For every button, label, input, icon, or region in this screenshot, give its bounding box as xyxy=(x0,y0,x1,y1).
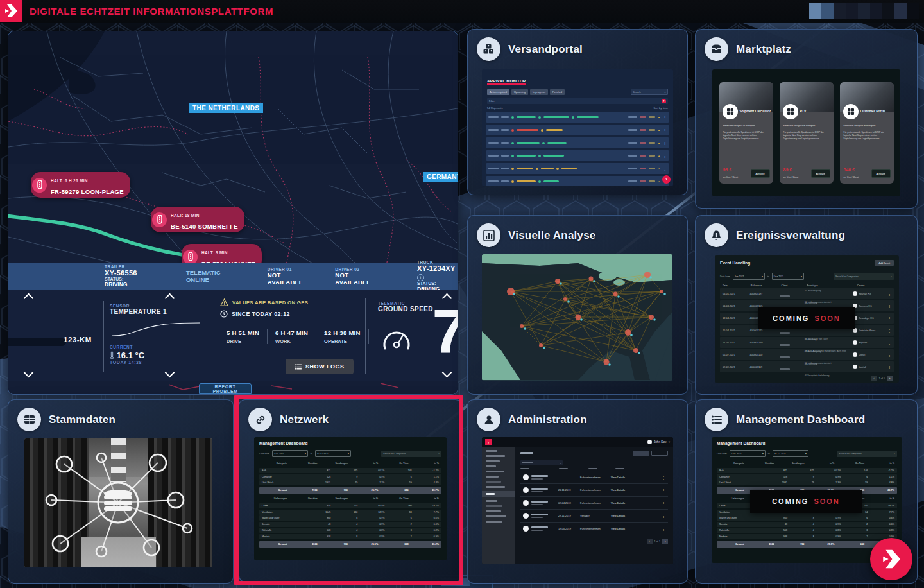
shipment-row[interactable]: ▲ ⋮ xyxy=(486,176,669,186)
vp-logo-badge[interactable]: › xyxy=(662,175,671,184)
vp-filter-bar[interactable]: Filter 7 xyxy=(487,98,668,104)
vp-tab[interactable]: Upcoming xyxy=(511,89,528,95)
server-room-image[interactable] xyxy=(24,438,212,567)
kebab-icon[interactable]: ⋮ xyxy=(887,365,891,369)
kebab-icon[interactable]: ⋮ xyxy=(663,154,667,158)
administration-preview[interactable]: › John Doe ▾ xyxy=(482,437,673,564)
date-from-select[interactable]: Jan 2021▾ xyxy=(733,273,765,280)
info-icon[interactable]: i xyxy=(417,274,424,281)
logo-arrow-icon xyxy=(3,3,19,19)
kebab-icon[interactable]: ⋮ xyxy=(662,476,665,480)
card-marktplatz[interactable]: Marktplatz Shipment Calculator Predictiv… xyxy=(695,29,918,209)
card-visuelle-analyse[interactable]: Visuelle Analyse xyxy=(467,215,688,395)
app-card[interactable]: Shipment Calculator Predictive analytics… xyxy=(719,82,773,184)
card-administration[interactable]: Administration › John Doe ▾ xyxy=(467,399,688,584)
admin-search[interactable]: ⌕ xyxy=(520,460,563,465)
kebab-icon[interactable]: ⋮ xyxy=(662,514,665,518)
kebab-icon[interactable]: ⋮ xyxy=(663,116,667,119)
dash-search[interactable]: Search for Companies⌕ xyxy=(837,451,897,457)
kebab-icon[interactable]: ⋮ xyxy=(662,501,665,505)
chevron-up-icon[interactable] xyxy=(24,293,34,304)
card-ereignissverwaltung[interactable]: Ereignissverwaltung Event Handling Add E… xyxy=(695,215,918,395)
report-problem-button[interactable]: REPORT PROBLEM xyxy=(199,383,252,394)
versandportal-preview[interactable]: ARRIVAL MONITOR Action required Upcoming… xyxy=(482,69,673,186)
view-details-link[interactable]: View Details xyxy=(611,501,625,505)
card-versandportal[interactable]: Versandportal ARRIVAL MONITOR Action req… xyxy=(467,29,688,195)
admin-user-row[interactable]: 29.11.2019 Verlader View Details ⋮ xyxy=(520,510,668,523)
admin-button-secondary[interactable] xyxy=(651,451,668,456)
card-title: Marktplatz xyxy=(736,43,791,56)
shipment-row[interactable]: ▲ ⋮ xyxy=(486,163,669,174)
halt-marker-sombreffe[interactable]: HALT: 18 MINBE-5140 SOMBREFFE xyxy=(151,207,244,232)
app-card[interactable]: Customer Portal Predictive analytics in … xyxy=(840,82,894,184)
prev-page-button[interactable]: ‹ xyxy=(871,376,877,381)
view-details-link[interactable]: View Details xyxy=(611,489,625,492)
shipment-row[interactable]: ▲ ⋮ xyxy=(486,150,669,161)
event-row[interactable]: 09.09.2021 400003119 34 Zustellung40 Ver… xyxy=(720,361,894,372)
vp-sort[interactable]: Sort by: time xyxy=(654,107,668,110)
card-stammdaten[interactable]: Stammdaten xyxy=(8,399,234,584)
kebab-icon[interactable]: ⋮ xyxy=(887,353,891,357)
view-details-link[interactable]: View Details xyxy=(611,476,625,479)
dash-row[interactable]: Medizin93880.9%20.9% xyxy=(717,534,897,539)
add-event-button[interactable]: Add Event xyxy=(875,260,894,266)
vp-tab[interactable]: Finished xyxy=(550,89,565,95)
floating-action-button[interactable] xyxy=(870,538,912,580)
kebab-icon[interactable]: ⋮ xyxy=(887,292,891,296)
chevron-down-icon[interactable] xyxy=(442,368,452,378)
date-to-select[interactable]: Dez 2021▾ xyxy=(772,273,804,280)
dash-row[interactable]: Rohstoffe50840.8%30.8% xyxy=(717,528,897,533)
admin-user-row[interactable]: 19.04.2019 Fuhrunternehmen View Details … xyxy=(520,523,668,535)
shipment-row[interactable]: ▲ ⋮ xyxy=(486,112,669,123)
chevron-down-icon[interactable] xyxy=(165,368,175,378)
shipment-row[interactable]: ▲ ⋮ xyxy=(486,125,669,135)
kebab-icon[interactable]: ⋮ xyxy=(887,316,891,320)
network-map-preview[interactable] xyxy=(482,254,672,381)
view-details-link[interactable]: View Details xyxy=(611,527,625,530)
admin-user-row[interactable]: 26.11.2019 Fuhrunternehmen View Details … xyxy=(520,484,668,497)
card-title: Ereignissverwaltung xyxy=(736,229,845,242)
dash-row[interactable]: Container52890.9%61.1% xyxy=(717,474,897,480)
event-search[interactable]: Search for Companies⌕ xyxy=(834,273,894,280)
vp-search[interactable]: Search xyxy=(633,91,641,94)
show-logs-button[interactable]: SHOW LOGS xyxy=(286,359,354,374)
dash-row[interactable]: Sensitiv4840.9%20.6% xyxy=(717,522,897,527)
kebab-icon[interactable]: ⋮ xyxy=(887,304,891,308)
admin-user-row[interactable]: 09.04.2019 Fuhrunternehmen View Details … xyxy=(520,497,668,510)
date-from-input[interactable]: 1.01.2021▾ xyxy=(730,450,766,457)
dash-row[interactable]: Unit / Stück5931791.3%594.8% xyxy=(717,480,897,485)
activate-button[interactable]: Activate xyxy=(751,169,770,178)
kebab-icon[interactable]: ⋮ xyxy=(662,489,665,492)
admin-button-primary[interactable] xyxy=(633,451,649,456)
chevron-down-icon[interactable]: ▾ xyxy=(669,440,670,444)
kebab-icon[interactable]: ⋮ xyxy=(663,141,667,145)
kebab-icon[interactable]: ⋮ xyxy=(662,527,665,531)
dash-row[interactable]: Bulk87167560.1%146+1.2% xyxy=(717,468,897,473)
activate-button[interactable]: Activate xyxy=(811,169,830,178)
next-page-button[interactable]: › xyxy=(662,539,668,544)
app-icon xyxy=(783,104,798,119)
chevron-down-icon[interactable] xyxy=(24,368,34,378)
vp-tab[interactable]: Action required xyxy=(487,89,509,95)
prev-page-button[interactable]: ‹ xyxy=(647,539,653,544)
coming-soon-banner: COMING SOON xyxy=(750,490,862,513)
vp-tab[interactable]: In progress xyxy=(530,89,548,95)
map-label-netherlands: THE NETHERLANDS xyxy=(189,103,263,113)
shipment-row[interactable]: ▲ ⋮ xyxy=(486,137,669,148)
chevron-up-icon[interactable] xyxy=(165,293,175,304)
kebab-icon[interactable]: ⋮ xyxy=(663,128,667,132)
activate-button[interactable]: Activate xyxy=(871,169,891,178)
row-avatar xyxy=(523,487,529,493)
dash-row[interactable]: Waren und Güter86080.9%60.6% xyxy=(717,515,897,521)
next-page-button[interactable]: › xyxy=(887,376,893,381)
kebab-icon[interactable]: ⋮ xyxy=(887,341,891,345)
admin-user-row[interactable]: – Fuhrunternehmen View Details ⋮ xyxy=(520,471,668,484)
admin-sidebar[interactable] xyxy=(482,447,515,564)
halt-marker-loon-plage[interactable]: HALT: 6 H 26 MINFR-59279 LOON-PLAGE xyxy=(31,172,130,198)
app-card[interactable]: PTV Predictive analytics in transport Fü… xyxy=(780,82,834,184)
kebab-icon[interactable]: ⋮ xyxy=(663,167,667,171)
view-details-link[interactable]: View Details xyxy=(611,514,625,517)
date-to-input[interactable]: 31.12.2021▾ xyxy=(773,450,809,457)
platform-logo[interactable] xyxy=(0,0,22,22)
kebab-icon[interactable]: ⋮ xyxy=(887,329,891,333)
